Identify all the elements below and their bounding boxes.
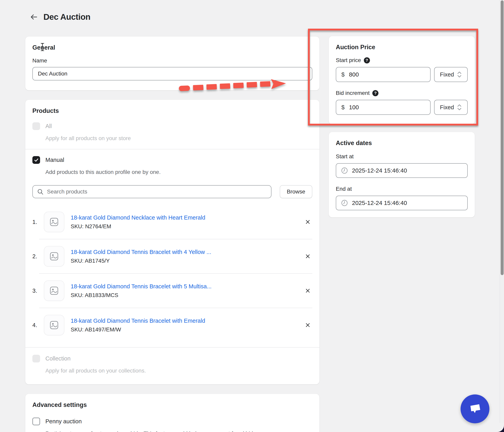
scrollbar-track[interactable] bbox=[500, 0, 504, 432]
help-icon[interactable]: ? bbox=[364, 57, 370, 64]
product-row: 4. 18-karat Gold Diamond Tennis Bracelet… bbox=[32, 308, 312, 342]
up-down-chevrons-icon bbox=[457, 104, 462, 111]
start-at-value: 2025-12-24 15:46:40 bbox=[352, 167, 407, 174]
product-sku: SKU: AB1833/MCS bbox=[71, 292, 298, 298]
divider bbox=[25, 347, 319, 347]
penny-auction-option: Penny auction Participants pay a fee to … bbox=[32, 418, 312, 432]
remove-product-button[interactable] bbox=[303, 286, 312, 295]
close-icon bbox=[305, 219, 311, 225]
product-index: 4. bbox=[32, 322, 44, 329]
image-placeholder-icon bbox=[50, 286, 59, 295]
manual-description: Add products to this auction profile one… bbox=[45, 169, 312, 175]
products-option-manual: Manual Add products to this auction prof… bbox=[32, 156, 312, 175]
products-option-collection: Collection Apply for all products on you… bbox=[32, 355, 312, 374]
product-index: 2. bbox=[32, 253, 44, 260]
up-down-chevrons-icon bbox=[457, 71, 462, 78]
all-checkbox bbox=[32, 122, 40, 130]
clock-icon bbox=[341, 199, 348, 207]
back-button[interactable] bbox=[29, 12, 38, 21]
start-price-value: 800 bbox=[349, 71, 359, 78]
remove-product-button[interactable] bbox=[303, 252, 312, 261]
collection-checkbox bbox=[32, 355, 40, 362]
products-card: Products All Apply for all products on y… bbox=[25, 100, 319, 384]
currency-prefix: $ bbox=[341, 104, 345, 111]
close-icon bbox=[305, 254, 311, 259]
clock-icon bbox=[341, 167, 348, 174]
divider bbox=[25, 149, 319, 150]
product-link[interactable]: 18-karat Gold Diamond Tennis Bracelet wi… bbox=[71, 318, 298, 324]
product-row: 1. 18-karat Gold Diamond Necklace with H… bbox=[32, 205, 312, 239]
auction-price-title: Auction Price bbox=[336, 44, 468, 51]
general-card-title: General bbox=[32, 44, 312, 51]
manual-checkbox[interactable] bbox=[32, 156, 40, 164]
penny-auction-label: Penny auction bbox=[45, 418, 312, 425]
start-at-label: Start at bbox=[336, 153, 468, 160]
all-description: Apply for all products on your store bbox=[45, 135, 312, 141]
product-row: 3. 18-karat Gold Diamond Tennis Bracelet… bbox=[32, 274, 312, 308]
active-dates-card: Active dates Start at 2025-12-24 15:46:4… bbox=[329, 132, 475, 217]
start-price-unit-select[interactable]: Fixed bbox=[434, 67, 468, 82]
chat-bubble-icon bbox=[467, 401, 483, 417]
close-icon bbox=[305, 288, 311, 293]
end-at-value: 2025-12-24 15:46:40 bbox=[352, 200, 407, 206]
product-link[interactable]: 18-karat Gold Diamond Tennis Bracelet wi… bbox=[71, 249, 298, 255]
auction-price-card: Auction Price Start price ? $ 800 Fixed … bbox=[329, 36, 475, 124]
bid-increment-unit-select[interactable]: Fixed bbox=[434, 100, 468, 115]
penny-auction-checkbox[interactable] bbox=[32, 418, 40, 425]
penny-auction-description: Participants pay a fee to purchase bids.… bbox=[45, 431, 312, 432]
product-thumbnail[interactable] bbox=[44, 281, 64, 301]
chat-launcher-button[interactable] bbox=[460, 394, 489, 423]
product-list: 1. 18-karat Gold Diamond Necklace with H… bbox=[32, 205, 312, 342]
manual-label: Manual bbox=[45, 157, 312, 163]
page-header: Dec Auction bbox=[29, 12, 90, 22]
unit-label: Fixed bbox=[440, 71, 454, 78]
product-search-row: Browse bbox=[32, 185, 312, 198]
checkmark-icon bbox=[34, 158, 39, 163]
remove-product-button[interactable] bbox=[303, 217, 312, 226]
currency-prefix: $ bbox=[341, 71, 345, 78]
product-index: 1. bbox=[32, 219, 44, 225]
search-icon bbox=[37, 188, 44, 195]
advanced-settings-card: Advanced settings Penny auction Particip… bbox=[25, 394, 319, 432]
unit-label: Fixed bbox=[440, 104, 454, 111]
product-index: 3. bbox=[32, 288, 44, 294]
bid-increment-value: 100 bbox=[349, 104, 359, 111]
start-at-input[interactable]: 2025-12-24 15:46:40 bbox=[336, 163, 468, 178]
bid-increment-input[interactable]: $ 100 bbox=[336, 100, 431, 115]
start-price-input[interactable]: $ 800 bbox=[336, 67, 431, 82]
search-products-input[interactable] bbox=[32, 185, 271, 198]
end-at-label: End at bbox=[336, 186, 468, 192]
remove-product-button[interactable] bbox=[303, 320, 312, 330]
product-thumbnail[interactable] bbox=[44, 246, 64, 267]
scrollbar-thumb[interactable] bbox=[501, 0, 504, 275]
products-card-title: Products bbox=[32, 107, 312, 114]
arrow-left-icon bbox=[29, 12, 38, 21]
all-label: All bbox=[45, 123, 312, 130]
text-cursor-icon bbox=[40, 43, 45, 52]
product-row: 2. 18-karat Gold Diamond Tennis Bracelet… bbox=[32, 239, 312, 273]
name-label: Name bbox=[32, 57, 312, 64]
end-at-input[interactable]: 2025-12-24 15:46:40 bbox=[336, 196, 468, 210]
product-sku: SKU: AB1497/EM/W bbox=[71, 327, 298, 333]
browse-button[interactable]: Browse bbox=[280, 185, 312, 198]
product-link[interactable]: 18-karat Gold Diamond Necklace with Hear… bbox=[71, 215, 298, 221]
bid-increment-label: Bid increment bbox=[336, 90, 369, 96]
image-placeholder-icon bbox=[50, 252, 59, 261]
name-input[interactable] bbox=[32, 67, 312, 80]
products-option-all: All Apply for all products on your store bbox=[32, 122, 312, 141]
collection-label: Collection bbox=[45, 355, 312, 362]
product-thumbnail[interactable] bbox=[44, 212, 64, 232]
close-icon bbox=[305, 322, 311, 328]
product-sku: SKU: AB1745/Y bbox=[71, 258, 298, 264]
page-title: Dec Auction bbox=[44, 12, 90, 22]
product-thumbnail[interactable] bbox=[44, 315, 64, 335]
help-icon[interactable]: ? bbox=[372, 90, 378, 96]
image-placeholder-icon bbox=[50, 217, 59, 226]
image-placeholder-icon bbox=[50, 320, 59, 330]
collection-description: Apply for all products on your collectio… bbox=[45, 367, 312, 374]
product-link[interactable]: 18-karat Gold Diamond Tennis Bracelet wi… bbox=[71, 283, 298, 290]
active-dates-title: Active dates bbox=[336, 140, 468, 147]
product-sku: SKU: N2764/EM bbox=[71, 223, 298, 230]
advanced-settings-title: Advanced settings bbox=[32, 401, 312, 408]
start-price-label: Start price bbox=[336, 57, 361, 64]
